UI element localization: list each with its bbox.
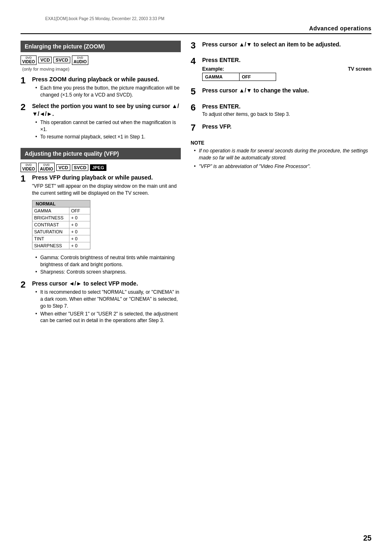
vfp-value-contrast: + 0: [69, 221, 90, 228]
zoom-step-1-bullets: Each time you press the button, the pict…: [32, 85, 181, 99]
right-step-6-title: Press ENTER.: [202, 103, 371, 110]
vfp-value-tint: + 0: [69, 235, 90, 242]
note-title: NOTE: [191, 140, 371, 146]
zoom-step-1-body: Press ZOOM during playback or while paus…: [32, 76, 181, 99]
right-step-5-body: Press cursor ▲/▼ to change the value.: [202, 87, 371, 94]
vfp-badge-vcd: VCD: [56, 164, 70, 171]
example-label: Example:: [202, 66, 224, 72]
right-step-6: 6 Press ENTER. To adjust other items, go…: [191, 103, 371, 117]
badge-dvd-audio: DVD AUDIO: [72, 55, 88, 65]
right-step-6-desc: To adjust other items, go back to Step 3…: [202, 111, 371, 117]
vfp-row-saturation: SATURATION + 0: [32, 228, 90, 235]
note-list: If no operation is made for several seco…: [191, 147, 371, 170]
vfp-table-header: NORMAL: [32, 200, 90, 207]
vfp-step-2: 2 Press cursor ◄/► to select VFP mode. I…: [21, 280, 181, 325]
vfp-badge-dvd-audio: DVD AUDIO: [38, 163, 55, 172]
right-step-5-number: 5: [191, 87, 200, 97]
note-section: NOTE If no operation is made for several…: [191, 140, 371, 170]
vfp-row-tint: TINT + 0: [32, 235, 90, 242]
zoom-step-1: 1 Press ZOOM during playback or while pa…: [21, 76, 181, 99]
page-container: EXA1[DOM].book Page 25 Monday, December …: [0, 0, 392, 555]
right-step-7-title: Press VFP.: [202, 123, 371, 130]
vfp-step-1-desc: "VFP SET" will appear on the display win…: [32, 183, 181, 197]
right-step-5-title: Press cursor ▲/▼ to change the value.: [202, 87, 371, 94]
zoom-badge-row: DVD VIDEO VCD SVCD DVD AUDIO: [21, 55, 181, 65]
right-step-7-body: Press VFP.: [202, 123, 371, 130]
right-step-4-body: Press ENTER. Example: TV screen GAMMA OF…: [202, 56, 371, 81]
badge-svcd: SVCD: [53, 57, 70, 63]
zoom-only-moving: (only for moving image): [21, 67, 181, 71]
badge-vcd: VCD: [38, 57, 52, 63]
vfp-step-1-number: 1: [21, 174, 30, 184]
zoom-step-1-bullet-1: Each time you press the button, the pict…: [35, 85, 181, 99]
vfp-badge-jpeg: JPEG: [90, 164, 106, 171]
vfp-step-1-bullets: Gamma: Controls brightness of neutral ti…: [32, 254, 181, 276]
right-step-4-title: Press ENTER.: [202, 56, 371, 64]
vfp-step-1-body: Press VFP during playback or while pause…: [32, 174, 181, 276]
note-bullet-2: "VFP" is an abbreviation of "Video Fine …: [194, 163, 371, 170]
page-number: 25: [363, 534, 371, 543]
vfp-row-brightness: BRIGHTNESS + 0: [32, 214, 90, 221]
zoom-step-2: 2 Select the portion you want to see by …: [21, 102, 181, 141]
right-step-7-number: 7: [191, 123, 200, 133]
zoom-step-2-title: Select the portion you want to see by us…: [32, 102, 181, 117]
header-bar: Advanced operations: [21, 25, 371, 34]
zoom-step-2-bullet-1: This operation cannot be carried out whe…: [35, 119, 181, 133]
badge-dvd-video: DVD VIDEO: [21, 55, 37, 65]
right-step-3-number: 3: [191, 41, 200, 51]
vfp-label-sharpness: SHARPNESS: [32, 242, 69, 249]
vfp-row-contrast: CONTRAST + 0: [32, 221, 90, 228]
vfp-badge-dvd-video: DVD VIDEO: [21, 163, 37, 172]
example-off-value: OFF: [240, 73, 276, 81]
left-column: Enlarging the picture (ZOOM) DVD VIDEO V…: [21, 41, 181, 332]
example-gamma-label: GAMMA: [203, 73, 240, 81]
vfp-label-contrast: CONTRAST: [32, 221, 69, 228]
right-step-3-body: Press cursor ▲/▼ to select an item to be…: [202, 41, 371, 48]
right-step-6-body: Press ENTER. To adjust other items, go b…: [202, 103, 371, 117]
vfp-label-tint: TINT: [32, 235, 69, 242]
vfp-step-2-body: Press cursor ◄/► to select VFP mode. It …: [32, 280, 181, 325]
vfp-value-brightness: + 0: [69, 214, 90, 221]
vfp-step-2-number: 2: [21, 280, 30, 290]
vfp-step-2-bullet-2: When either "USER 1" or "USER 2" is sele…: [35, 311, 181, 325]
note-bullet-1: If no operation is made for several seco…: [194, 147, 371, 161]
vfp-badge-svcd: SVCD: [72, 164, 89, 171]
vfp-row-sharpness: SHARPNESS + 0: [32, 242, 90, 249]
right-column: 3 Press cursor ▲/▼ to select an item to …: [191, 41, 371, 332]
vfp-label-saturation: SATURATION: [32, 228, 69, 235]
example-block: Example: TV screen GAMMA OFF: [202, 66, 371, 81]
vfp-value-saturation: + 0: [69, 228, 90, 235]
vfp-label-brightness: BRIGHTNESS: [32, 214, 69, 221]
right-step-6-number: 6: [191, 103, 200, 113]
right-step-4-number: 4: [191, 56, 200, 66]
right-step-3: 3 Press cursor ▲/▼ to select an item to …: [191, 41, 371, 51]
vfp-step-2-title: Press cursor ◄/► to select VFP mode.: [32, 280, 181, 287]
example-label-row: Example: TV screen: [202, 66, 371, 72]
section-vfp-header: Adjusting the picture quality (VFP): [21, 148, 181, 159]
vfp-step-2-bullet-1: It is recommended to select "NORMAL" usu…: [35, 289, 181, 309]
vfp-step-1-bullet-2: Sharpness: Controls screen sharpness.: [35, 269, 181, 276]
zoom-step-1-number: 1: [21, 76, 30, 85]
vfp-value-gamma: OFF: [69, 207, 90, 214]
right-step-3-title: Press cursor ▲/▼ to select an item to be…: [202, 41, 371, 48]
vfp-value-sharpness: + 0: [69, 242, 90, 249]
vfp-step-1: 1 Press VFP during playback or while pau…: [21, 174, 181, 276]
vfp-badge-row: DVD VIDEO DVD AUDIO VCD SVCD JPEG: [21, 163, 181, 172]
right-step-4: 4 Press ENTER. Example: TV screen GAMMA …: [191, 56, 371, 81]
example-tv-label: TV screen: [348, 66, 371, 72]
zoom-step-2-bullet-2: To resume normal playback, select ×1 in …: [35, 134, 181, 140]
vfp-settings-table: NORMAL GAMMA OFF BRIGHTNESS + 0 CONTRAST: [32, 200, 90, 249]
zoom-step-2-bullets: This operation cannot be carried out whe…: [32, 119, 181, 140]
zoom-step-2-number: 2: [21, 102, 30, 112]
vfp-step-1-title: Press VFP during playback or while pause…: [32, 174, 181, 181]
right-step-5: 5 Press cursor ▲/▼ to change the value.: [191, 87, 371, 97]
section-zoom: Enlarging the picture (ZOOM) DVD VIDEO V…: [21, 41, 181, 141]
vfp-step-2-bullets: It is recommended to select "NORMAL" usu…: [32, 289, 181, 324]
example-table: GAMMA OFF: [202, 73, 276, 81]
section-zoom-header: Enlarging the picture (ZOOM): [21, 41, 181, 52]
file-info: EXA1[DOM].book Page 25 Monday, December …: [21, 16, 371, 21]
vfp-label-gamma: GAMMA: [32, 207, 69, 214]
header-title: Advanced operations: [309, 25, 371, 32]
main-layout: Enlarging the picture (ZOOM) DVD VIDEO V…: [21, 41, 371, 332]
zoom-step-1-title: Press ZOOM during playback or while paus…: [32, 76, 181, 83]
